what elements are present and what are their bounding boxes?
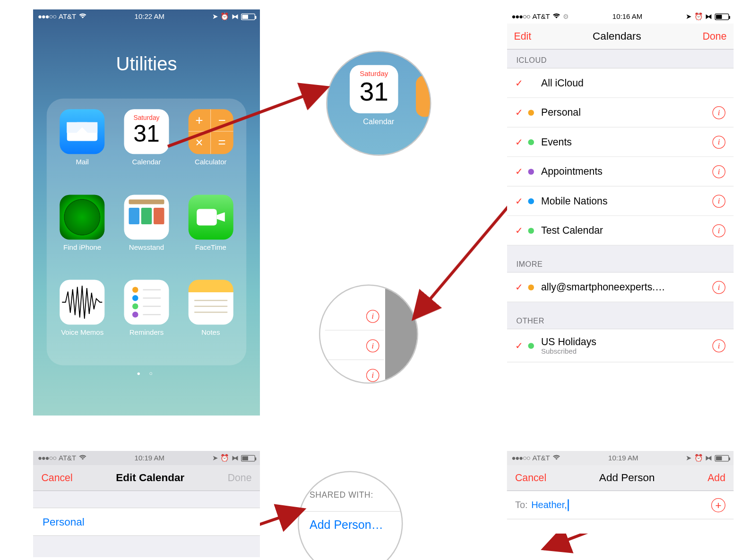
status-bar: ●●●○○ AT&T 10:19 AM ➤ ⏰ ⧓ (33, 451, 260, 465)
bluetooth-icon: ⧓ (705, 12, 712, 21)
alarm-icon: ⏰ (220, 454, 229, 462)
info-button[interactable]: i (713, 280, 726, 294)
calendar-row-appointments[interactable]: ✓ Appointments i (507, 157, 734, 187)
color-dot-icon (528, 139, 534, 145)
folder-open: Mail Saturday 31 Calendar +−×= Calculato… (47, 99, 247, 365)
app-label: Notes (201, 328, 220, 337)
gear-icon: ⚙ (563, 13, 569, 20)
edit-button[interactable]: Edit (514, 30, 532, 42)
status-bar: ●●●○○ AT&T 10:19 AM ➤ ⏰ ⧓ (507, 451, 734, 465)
clock-label: 10:19 AM (608, 454, 638, 462)
info-button[interactable]: i (713, 136, 726, 149)
calendar-name: US Holidays (541, 336, 708, 348)
mail-icon (60, 109, 105, 154)
calendar-dow: Saturday (124, 109, 169, 121)
info-button[interactable]: i (713, 165, 726, 178)
calendar-row-all-icloud[interactable]: ✓ All iCloud (507, 68, 734, 98)
app-label: Find iPhone (63, 243, 101, 252)
info-icon: i (366, 310, 379, 323)
calendar-name: Mobile Nations (541, 195, 708, 207)
signal-dots-icon: ●●●○○ (38, 454, 56, 462)
checkmark-icon: ✓ (515, 195, 528, 207)
battery-icon (715, 13, 729, 20)
carrier-label: AT&T (533, 454, 550, 462)
calendar-row-events[interactable]: ✓ Events i (507, 127, 734, 157)
app-voice-memos[interactable]: Voice Memos (58, 280, 107, 355)
screenshot-utilities-folder: ●●●○○ AT&T 10:22 AM ➤ ⏰ ⧓ Utilities Mail… (33, 9, 260, 416)
info-button[interactable]: i (713, 106, 726, 119)
app-calendar[interactable]: Saturday 31 Calendar (122, 109, 171, 184)
signal-dots-icon: ●●●○○ (38, 12, 56, 21)
page-indicator: ● ○ (33, 370, 260, 377)
calendar-name-field[interactable]: Personal (33, 508, 260, 536)
app-reminders[interactable]: Reminders (122, 280, 171, 355)
battery-icon (241, 455, 255, 461)
calendar-icon: Saturday 31 (124, 109, 169, 154)
done-button[interactable]: Done (228, 472, 252, 484)
checkmark-icon: ✓ (515, 225, 528, 236)
calculator-icon: +−×= (188, 109, 233, 154)
app-label: Calendar (327, 117, 431, 126)
signal-dots-icon: ●●●○○ (512, 12, 530, 21)
color-dot-icon (528, 343, 534, 349)
info-button[interactable]: i (713, 224, 726, 237)
color-dot-icon (528, 198, 534, 204)
app-calculator[interactable]: +−×= Calculator (187, 109, 235, 184)
alarm-icon: ⏰ (694, 12, 703, 21)
checkmark-icon: ✓ (515, 107, 528, 118)
calendar-subtitle: Subscribed (541, 347, 708, 355)
color-dot-icon (528, 284, 534, 290)
color-dot-icon (528, 169, 534, 175)
status-bar: ●●●○○ AT&T 10:22 AM ➤ ⏰ ⧓ (33, 9, 260, 24)
waveform-icon (60, 280, 105, 325)
location-icon: ➤ (212, 454, 218, 462)
done-button[interactable]: Done (703, 30, 727, 42)
calendar-row-ally[interactable]: ✓ ally@smartphoneexperts.… i (507, 273, 734, 303)
color-dot-icon (528, 110, 534, 116)
add-contact-button[interactable]: + (711, 498, 725, 512)
info-button[interactable]: i (713, 339, 726, 352)
alarm-icon: ⏰ (220, 12, 229, 21)
nav-title: Add Person (599, 472, 655, 484)
color-dot-icon (528, 228, 534, 234)
clock-label: 10:16 AM (612, 12, 642, 21)
cancel-button[interactable]: Cancel (42, 472, 73, 484)
bluetooth-icon: ⧓ (232, 12, 239, 21)
clock-label: 10:22 AM (135, 12, 164, 21)
app-find-iphone[interactable]: Find iPhone (58, 195, 107, 269)
calendar-row-personal[interactable]: ✓ Personal i (507, 98, 734, 128)
wifi-icon (78, 12, 87, 21)
app-label: FaceTime (195, 243, 226, 252)
facetime-icon (188, 195, 233, 239)
info-button[interactable]: i (713, 195, 726, 208)
app-label: Mail (76, 158, 89, 166)
calendar-name: ally@smartphoneexperts.… (541, 281, 708, 293)
wifi-icon (78, 454, 87, 462)
calendar-day-number: 31 (350, 78, 398, 105)
calendar-name: Test Calendar (541, 225, 708, 237)
clock-label: 10:19 AM (135, 454, 164, 462)
section-header-icloud: ICLOUD (507, 50, 734, 68)
calendar-day-number: 31 (124, 121, 169, 146)
calendar-name: All iCloud (541, 77, 725, 89)
location-icon: ➤ (686, 12, 692, 21)
app-label: Calendar (132, 158, 161, 166)
nav-bar: Cancel Add Person Add (507, 465, 734, 491)
add-button[interactable]: Add (707, 472, 725, 484)
calendar-row-test[interactable]: ✓ Test Calendar i (507, 216, 734, 246)
cancel-button[interactable]: Cancel (515, 472, 546, 484)
nav-title: Calendars (593, 30, 641, 42)
calendar-name: Personal (541, 107, 708, 119)
calendar-row-holidays[interactable]: ✓ US Holidays Subscribed i (507, 330, 734, 363)
calendar-row-mobile-nations[interactable]: ✓ Mobile Nations i (507, 187, 734, 216)
app-newsstand[interactable]: Newsstand (122, 195, 171, 269)
text-cursor (568, 499, 569, 511)
app-notes[interactable]: Notes (187, 280, 235, 355)
wifi-icon (552, 454, 561, 462)
to-field[interactable]: To: Heather, + (507, 491, 734, 519)
notes-icon (188, 280, 233, 325)
bluetooth-icon: ⧓ (705, 454, 712, 462)
app-mail[interactable]: Mail (58, 109, 107, 184)
app-label: Voice Memos (61, 328, 103, 337)
app-facetime[interactable]: FaceTime (187, 195, 235, 269)
